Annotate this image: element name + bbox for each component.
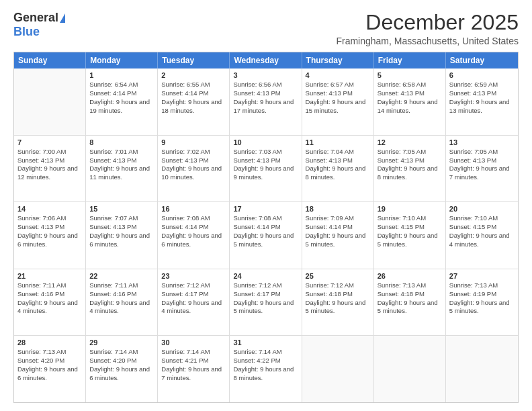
day-number: 16 bbox=[161, 205, 226, 213]
sunset-text: Sunset: 4:13 PM bbox=[378, 89, 442, 98]
day-number: 25 bbox=[306, 272, 370, 280]
day-number: 4 bbox=[306, 71, 370, 79]
calendar-cell: 8Sunrise: 7:01 AMSunset: 4:13 PMDaylight… bbox=[86, 136, 158, 202]
daylight-text: Daylight: 9 hours and 6 minutes. bbox=[17, 365, 82, 383]
sunrise-text: Sunrise: 7:12 AM bbox=[306, 281, 370, 290]
day-number: 29 bbox=[89, 338, 154, 347]
daylight-text: Daylight: 9 hours and 10 minutes. bbox=[161, 165, 226, 182]
sunrise-text: Sunrise: 7:04 AM bbox=[306, 148, 370, 156]
calendar-cell: 1Sunrise: 6:54 AMSunset: 4:14 PMDaylight… bbox=[86, 68, 158, 135]
title-section: December 2025 Framingham, Massachusetts,… bbox=[336, 11, 519, 46]
sunset-text: Sunset: 4:13 PM bbox=[89, 223, 154, 232]
day-of-week-header: Thursday bbox=[302, 52, 374, 68]
calendar-cell: 9Sunrise: 7:02 AMSunset: 4:13 PMDaylight… bbox=[158, 136, 230, 202]
calendar-cell: 19Sunrise: 7:10 AMSunset: 4:15 PMDayligh… bbox=[374, 202, 446, 269]
daylight-text: Daylight: 9 hours and 14 minutes. bbox=[378, 98, 442, 116]
calendar-cell: 17Sunrise: 7:08 AMSunset: 4:14 PMDayligh… bbox=[230, 202, 302, 269]
calendar-cell: 24Sunrise: 7:12 AMSunset: 4:17 PMDayligh… bbox=[230, 269, 302, 336]
daylight-text: Daylight: 9 hours and 7 minutes. bbox=[161, 365, 226, 383]
sunset-text: Sunset: 4:13 PM bbox=[17, 156, 82, 165]
sunset-text: Sunset: 4:14 PM bbox=[161, 223, 226, 232]
calendar-cell bbox=[446, 336, 518, 402]
sunrise-text: Sunrise: 7:10 AM bbox=[378, 214, 442, 223]
sunset-text: Sunset: 4:13 PM bbox=[161, 156, 226, 165]
day-number: 12 bbox=[378, 138, 442, 146]
day-number: 27 bbox=[449, 272, 515, 280]
sunrise-text: Sunrise: 7:14 AM bbox=[161, 348, 226, 357]
sunrise-text: Sunrise: 7:08 AM bbox=[161, 214, 226, 223]
day-number: 2 bbox=[161, 71, 226, 79]
daylight-text: Daylight: 9 hours and 11 minutes. bbox=[89, 165, 154, 182]
sunrise-text: Sunrise: 7:06 AM bbox=[17, 214, 82, 223]
day-of-week-header: Wednesday bbox=[230, 52, 302, 68]
sunrise-text: Sunrise: 6:55 AM bbox=[161, 81, 226, 89]
calendar-cell: 3Sunrise: 6:56 AMSunset: 4:13 PMDaylight… bbox=[230, 68, 302, 135]
sunrise-text: Sunrise: 6:57 AM bbox=[306, 81, 370, 89]
sunset-text: Sunset: 4:14 PM bbox=[161, 89, 226, 98]
daylight-text: Daylight: 9 hours and 19 minutes. bbox=[89, 98, 154, 116]
calendar-header: SundayMondayTuesdayWednesdayThursdayFrid… bbox=[14, 52, 518, 68]
sunset-text: Sunset: 4:13 PM bbox=[89, 156, 154, 165]
daylight-text: Daylight: 9 hours and 5 minutes. bbox=[233, 232, 298, 249]
daylight-text: Daylight: 9 hours and 8 minutes. bbox=[306, 165, 370, 182]
day-number: 7 bbox=[17, 138, 82, 146]
calendar-row: 28Sunrise: 7:13 AMSunset: 4:20 PMDayligh… bbox=[14, 336, 518, 402]
logo-icon bbox=[60, 13, 65, 23]
sunset-text: Sunset: 4:20 PM bbox=[17, 357, 82, 365]
sunset-text: Sunset: 4:14 PM bbox=[306, 223, 370, 232]
day-number: 15 bbox=[89, 205, 154, 213]
day-number: 28 bbox=[17, 338, 82, 347]
calendar-row: 14Sunrise: 7:06 AMSunset: 4:13 PMDayligh… bbox=[14, 202, 518, 269]
day-number: 26 bbox=[378, 272, 442, 280]
calendar-cell: 30Sunrise: 7:14 AMSunset: 4:21 PMDayligh… bbox=[158, 336, 230, 402]
sunrise-text: Sunrise: 7:03 AM bbox=[233, 148, 298, 156]
day-number: 22 bbox=[89, 272, 154, 280]
sunset-text: Sunset: 4:13 PM bbox=[17, 223, 82, 232]
calendar-cell: 11Sunrise: 7:04 AMSunset: 4:13 PMDayligh… bbox=[302, 136, 374, 202]
day-number: 3 bbox=[233, 71, 298, 79]
day-number: 21 bbox=[17, 272, 82, 280]
calendar-cell: 6Sunrise: 6:59 AMSunset: 4:13 PMDaylight… bbox=[446, 68, 518, 135]
calendar-cell: 15Sunrise: 7:07 AMSunset: 4:13 PMDayligh… bbox=[86, 202, 158, 269]
sunset-text: Sunset: 4:14 PM bbox=[233, 223, 298, 232]
sunrise-text: Sunrise: 7:09 AM bbox=[306, 214, 370, 223]
sunset-text: Sunset: 4:19 PM bbox=[449, 290, 515, 299]
calendar-cell: 12Sunrise: 7:05 AMSunset: 4:13 PMDayligh… bbox=[374, 136, 446, 202]
calendar-cell: 14Sunrise: 7:06 AMSunset: 4:13 PMDayligh… bbox=[14, 202, 86, 269]
sunrise-text: Sunrise: 7:13 AM bbox=[378, 281, 442, 290]
daylight-text: Daylight: 9 hours and 9 minutes. bbox=[233, 165, 298, 182]
calendar-cell: 2Sunrise: 6:55 AMSunset: 4:14 PMDaylight… bbox=[158, 68, 230, 135]
sunrise-text: Sunrise: 7:13 AM bbox=[449, 281, 515, 290]
sunrise-text: Sunrise: 7:02 AM bbox=[161, 148, 226, 156]
sunset-text: Sunset: 4:20 PM bbox=[89, 357, 154, 365]
sunset-text: Sunset: 4:15 PM bbox=[378, 223, 442, 232]
calendar-cell bbox=[14, 68, 86, 135]
day-number: 17 bbox=[233, 205, 298, 213]
calendar-cell: 26Sunrise: 7:13 AMSunset: 4:18 PMDayligh… bbox=[374, 269, 446, 336]
calendar-cell: 7Sunrise: 7:00 AMSunset: 4:13 PMDaylight… bbox=[14, 136, 86, 202]
day-of-week-header: Saturday bbox=[446, 52, 518, 68]
calendar-cell: 13Sunrise: 7:05 AMSunset: 4:13 PMDayligh… bbox=[446, 136, 518, 202]
sunrise-text: Sunrise: 7:00 AM bbox=[17, 148, 82, 156]
daylight-text: Daylight: 9 hours and 4 minutes. bbox=[161, 299, 226, 316]
sunset-text: Sunset: 4:14 PM bbox=[89, 89, 154, 98]
sunset-text: Sunset: 4:16 PM bbox=[89, 290, 154, 299]
sunrise-text: Sunrise: 7:12 AM bbox=[161, 281, 226, 290]
day-number: 1 bbox=[89, 71, 154, 79]
calendar-cell: 10Sunrise: 7:03 AMSunset: 4:13 PMDayligh… bbox=[230, 136, 302, 202]
day-number: 18 bbox=[306, 205, 370, 213]
daylight-text: Daylight: 9 hours and 4 minutes. bbox=[449, 232, 515, 249]
day-number: 30 bbox=[161, 338, 226, 347]
calendar-cell: 20Sunrise: 7:10 AMSunset: 4:15 PMDayligh… bbox=[446, 202, 518, 269]
day-number: 24 bbox=[233, 272, 298, 280]
sunrise-text: Sunrise: 7:05 AM bbox=[449, 148, 515, 156]
sunset-text: Sunset: 4:13 PM bbox=[233, 89, 298, 98]
sunrise-text: Sunrise: 7:13 AM bbox=[17, 348, 82, 357]
sunrise-text: Sunrise: 6:58 AM bbox=[378, 81, 442, 89]
sunrise-text: Sunrise: 6:59 AM bbox=[449, 81, 515, 89]
daylight-text: Daylight: 9 hours and 5 minutes. bbox=[233, 299, 298, 316]
sunrise-text: Sunrise: 6:56 AM bbox=[233, 81, 298, 89]
sunset-text: Sunset: 4:13 PM bbox=[449, 89, 515, 98]
daylight-text: Daylight: 9 hours and 13 minutes. bbox=[449, 98, 515, 116]
sunset-text: Sunset: 4:13 PM bbox=[306, 89, 370, 98]
